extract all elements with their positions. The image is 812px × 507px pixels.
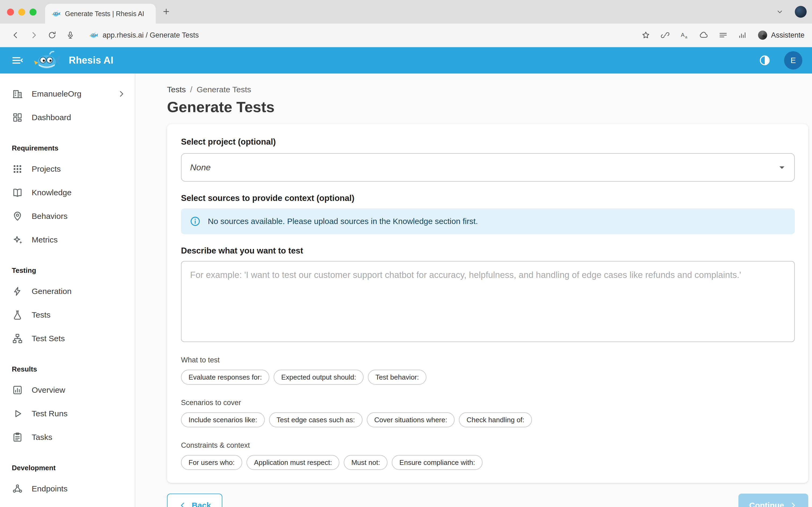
chip-must-respect[interactable]: Application must respect: bbox=[247, 455, 340, 470]
reload-button[interactable] bbox=[44, 27, 60, 43]
projects-icon bbox=[12, 163, 23, 175]
app-header: Rhesis AI E bbox=[0, 47, 812, 73]
browser-tab-strip: Generate Tests | Rhesis AI bbox=[0, 0, 812, 23]
sidebar-item-label: Overview bbox=[32, 386, 65, 395]
sidebar-item-label: Projects bbox=[32, 164, 61, 174]
svg-text:a: a bbox=[685, 35, 688, 39]
browser-profile-avatar[interactable] bbox=[795, 6, 807, 18]
back-step-label: Back bbox=[192, 501, 211, 507]
theme-toggle-icon[interactable] bbox=[758, 54, 771, 67]
sidebar-item-projects[interactable]: Projects bbox=[0, 157, 135, 181]
reading-list-icon[interactable] bbox=[715, 27, 731, 43]
microphone-icon[interactable] bbox=[62, 27, 79, 43]
sidebar-section-results: Results bbox=[0, 362, 135, 376]
zoom-window-button[interactable] bbox=[30, 9, 37, 15]
new-tab-button[interactable] bbox=[162, 7, 171, 16]
sidebar-item-tasks[interactable]: Tasks bbox=[0, 426, 135, 449]
sidebar-item-dashboard[interactable]: Dashboard bbox=[0, 106, 135, 129]
back-button[interactable] bbox=[7, 27, 23, 43]
pin-icon bbox=[12, 211, 23, 222]
wizard-actions: Back Continue bbox=[167, 494, 808, 507]
dashboard-icon bbox=[12, 112, 23, 123]
sidebar-item-label: Behaviors bbox=[32, 212, 67, 221]
sidebar-item-label: Knowledge bbox=[32, 188, 71, 197]
sidebar-item-label: Endpoints bbox=[32, 484, 67, 493]
sidebar-item-metrics[interactable]: Metrics bbox=[0, 228, 135, 251]
sources-label: Select sources to provide context (optio… bbox=[181, 193, 795, 203]
minimize-window-button[interactable] bbox=[18, 9, 25, 15]
breadcrumb-current: Generate Tests bbox=[197, 85, 251, 94]
sidebar-item-tests[interactable]: Tests bbox=[0, 303, 135, 327]
chip-for-users[interactable]: For users who: bbox=[181, 455, 242, 470]
address-bar[interactable]: app.rhesis.ai / Generate Tests bbox=[89, 31, 199, 40]
sidebar-item-label: Dashboard bbox=[32, 113, 71, 122]
chip-edge-cases[interactable]: Test edge cases such as: bbox=[269, 412, 362, 427]
chip-check-handling[interactable]: Check handling of: bbox=[459, 412, 532, 427]
chip-group-title-what-to-test: What to test bbox=[181, 356, 795, 364]
user-avatar[interactable]: E bbox=[784, 51, 802, 69]
sidebar-item-behaviors[interactable]: Behaviors bbox=[0, 205, 135, 228]
chip-test-behavior[interactable]: Test behavior: bbox=[368, 370, 426, 385]
chip-must-not[interactable]: Must not: bbox=[344, 455, 388, 470]
chart-icon bbox=[12, 384, 23, 396]
describe-textarea[interactable] bbox=[181, 261, 795, 342]
sidebar-item-org[interactable]: EmanueleOrg bbox=[0, 82, 135, 106]
tree-icon bbox=[12, 333, 23, 344]
chip-cover-situations[interactable]: Cover situations where: bbox=[367, 412, 455, 427]
back-step-button[interactable]: Back bbox=[167, 494, 222, 507]
tab-favicon-rhesis bbox=[52, 10, 61, 17]
bookmark-star-icon[interactable] bbox=[638, 27, 654, 43]
breadcrumb: Tests / Generate Tests bbox=[167, 84, 812, 95]
sidebar-item-models[interactable]: Models bbox=[0, 501, 135, 507]
sidebar-item-label: Test Sets bbox=[32, 334, 65, 343]
sidebar-item-test-runs[interactable]: Test Runs bbox=[0, 402, 135, 426]
info-icon bbox=[190, 216, 201, 227]
alert-text: No sources available. Please upload sour… bbox=[208, 217, 478, 226]
project-select-value: None bbox=[190, 163, 211, 172]
translate-icon[interactable]: Aa bbox=[676, 27, 693, 43]
continue-button[interactable]: Continue bbox=[739, 494, 808, 507]
chip-expected-output[interactable]: Expected output should: bbox=[273, 370, 364, 385]
sidebar-item-endpoints[interactable]: Endpoints bbox=[0, 477, 135, 501]
tab-title: Generate Tests | Rhesis AI bbox=[65, 10, 144, 18]
breadcrumb-separator: / bbox=[190, 85, 192, 94]
sidebar-section-development: Development bbox=[0, 461, 135, 475]
screen: Generate Tests | Rhesis AI app.rhesis.ai… bbox=[0, 0, 812, 507]
continue-label: Continue bbox=[749, 501, 784, 507]
chip-group-title-constraints: Constraints & context bbox=[181, 441, 795, 450]
site-stats-icon[interactable] bbox=[734, 27, 751, 43]
assistant-button[interactable]: Assistente bbox=[758, 31, 805, 40]
project-select[interactable]: None bbox=[181, 153, 795, 182]
close-window-button[interactable] bbox=[7, 9, 14, 15]
copy-link-icon[interactable] bbox=[657, 27, 673, 43]
sidebar-item-label: Test Runs bbox=[32, 409, 67, 418]
rhesis-logo bbox=[33, 50, 61, 70]
window-controls bbox=[7, 9, 37, 15]
sidebar-item-generation[interactable]: Generation bbox=[0, 280, 135, 303]
project-label: Select project (optional) bbox=[181, 137, 795, 147]
svg-text:A: A bbox=[681, 32, 685, 38]
chip-row-constraints: For users who: Application must respect:… bbox=[181, 455, 795, 470]
breadcrumb-tests-link[interactable]: Tests bbox=[167, 85, 186, 94]
flask-icon bbox=[12, 309, 23, 321]
sidebar-item-overview[interactable]: Overview bbox=[0, 378, 135, 402]
cloud-icon[interactable] bbox=[696, 27, 712, 43]
sidebar-item-test-sets[interactable]: Test Sets bbox=[0, 327, 135, 350]
assistant-label: Assistente bbox=[771, 31, 805, 40]
forward-button[interactable] bbox=[26, 27, 42, 43]
chip-ensure-compliance[interactable]: Ensure compliance with: bbox=[392, 455, 483, 470]
play-icon bbox=[12, 408, 23, 419]
chip-group-title-scenarios: Scenarios to cover bbox=[181, 399, 795, 407]
chevron-down-icon bbox=[776, 162, 788, 173]
tab-overview-chevron-icon[interactable] bbox=[772, 4, 788, 20]
sidebar-item-knowledge[interactable]: Knowledge bbox=[0, 181, 135, 205]
chip-include-scenarios[interactable]: Include scenarios like: bbox=[181, 412, 265, 427]
chip-row-scenarios: Include scenarios like: Test edge cases … bbox=[181, 412, 795, 427]
sidebar-item-label: Metrics bbox=[32, 235, 58, 244]
hub-icon bbox=[12, 483, 23, 494]
sidebar-toggle-icon[interactable] bbox=[7, 51, 27, 70]
sidebar-item-label: Generation bbox=[32, 287, 71, 296]
browser-tab[interactable]: Generate Tests | Rhesis AI bbox=[45, 4, 156, 23]
chevron-right-icon[interactable] bbox=[116, 89, 126, 99]
chip-evaluate-responses[interactable]: Evaluate responses for: bbox=[181, 370, 269, 385]
